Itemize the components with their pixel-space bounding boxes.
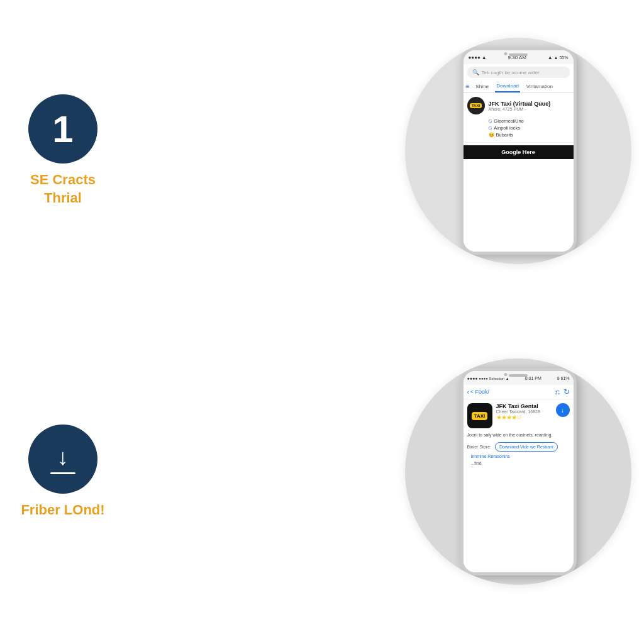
app-developer: Cheer Taxicard, 16828 (496, 409, 552, 414)
list-item-header-1: TAXI JFK Taxi (Virtual Quue) Ahere; 4725… (467, 97, 570, 114)
battery-1: ▲ 55% (554, 55, 569, 60)
search-text-1: Teb cagth be acome aider (482, 70, 540, 75)
back-text[interactable]: < Fook/ (470, 389, 489, 395)
taxi-text-1: TAXI (470, 103, 482, 108)
sub-item-2: G Ainpoli locks (489, 125, 570, 131)
step-2-phone-mockup: ●●●● ●●●● Selection ▲ 0:01 PM 9 61% ‹ < … (460, 368, 577, 575)
store-button-text: Download Vide we Resbant (499, 445, 553, 449)
sub-items-1: G GleerncoliUne G Ainpoli locks 😊 Bubari… (467, 116, 570, 138)
step-1-list-item: TAXI JFK Taxi (Virtual Quue) Ahere; 4725… (464, 93, 574, 143)
step-2-screen: ●●●● ●●●● Selection ▲ 0:01 PM 9 61% ‹ < … (464, 371, 574, 572)
download-arrow-icon: ↓ (50, 444, 75, 474)
app-info: JFK Taxi Gental Cheer Taxicard, 16828 ★★… (496, 403, 552, 421)
step-1-phone-circle: ●●●● ▲ 9:30 AM ▲ ▲ 55% 🔍 Teb cagth be ac… (405, 38, 631, 264)
signal-icon-1: ●●●● (469, 55, 480, 60)
step-1-number: 1 (52, 108, 73, 151)
download-btn-icon: ↓ (561, 407, 564, 414)
google-here-text: Google Here (501, 149, 535, 155)
app-name: JFK Taxi Gental (496, 403, 552, 409)
step-1-circle: 1 (28, 94, 97, 164)
back-chevron-icon[interactable]: ‹ (467, 389, 469, 396)
store-label: Binier Store: (467, 445, 492, 449)
step-1-label-line1: SE Cracts (30, 172, 96, 187)
continuing-text-value: Innmine Remaonins (471, 454, 510, 458)
tab-shme[interactable]: Shme (474, 81, 490, 92)
taxi-text-large: TAXI (472, 412, 488, 420)
sub-item-text-3: Bubarits (496, 132, 514, 138)
step-2-status-bar: ●●●● ●●●● Selection ▲ 0:01 PM 9 61% (464, 371, 574, 385)
signal-right-1: ▲ (548, 55, 553, 60)
item-info-1: JFK Taxi (Virtual Quue) Ahere; 4725 PUM … (489, 101, 551, 111)
step-2-left: ↓ Friber LOnd! (13, 425, 113, 519)
battery-2: 9 61% (557, 376, 570, 380)
sub-item-text-2: Ainpoli locks (494, 125, 520, 131)
item-subtitle-1: Ahere; 4725 PUM - (489, 107, 551, 111)
status-left-1: ●●●● ▲ (469, 55, 487, 60)
step-1-section: 1 SE Cracts Thrial ●●●● ▲ 9:30 AM (13, 13, 631, 302)
google-here-button[interactable]: Google Here (464, 145, 574, 159)
app-desc-text: Jooni to saly wide on the cusinets, rear… (467, 433, 553, 437)
step-2-circle: ↓ (28, 425, 97, 494)
time-1: 9:30 AM (508, 55, 526, 60)
find-text: ...find (467, 461, 570, 465)
sub-item-3: 😊 Bubarits (489, 131, 570, 138)
store-section: Binier Store: Download Vide we Resbant (467, 442, 570, 452)
step-1-nav-tabs: ≡ Shme Download Vintamation (464, 80, 574, 93)
app-stars: ★★★★☆ (496, 414, 552, 421)
app-detail-header: TAXI JFK Taxi Gental Cheer Taxicard, 168… (467, 403, 570, 428)
step-1-phone-mockup: ●●●● ▲ 9:30 AM ▲ ▲ 55% 🔍 Teb cagth be ac… (460, 47, 577, 255)
find-text-value: ...find (471, 461, 482, 465)
signal-2: ●●●● (467, 376, 479, 380)
hamburger-icon-1[interactable]: ≡ (466, 83, 470, 90)
wifi-icon-1: ▲ (482, 55, 487, 60)
emoji-icon-1: 😊 (489, 132, 494, 138)
store-download-button[interactable]: Download Vide we Resbant (495, 442, 558, 452)
step-2-label: Friber LOnd! (21, 501, 104, 519)
sub-item-1: G GleerncoliUne (489, 118, 570, 125)
google-icon-1: G (489, 118, 492, 124)
step-1-screen: ●●●● ▲ 9:30 AM ▲ ▲ 55% 🔍 Teb cagth be ac… (464, 50, 574, 252)
step-2-label-text: Friber LOnd! (21, 502, 104, 518)
step-2-phone-circle: ●●●● ●●●● Selection ▲ 0:01 PM 9 61% ‹ < … (405, 358, 631, 585)
bookmark-icon[interactable]: ⎌ (555, 387, 560, 396)
nav-icons: ⎌ ↻ (555, 387, 570, 396)
tab-download[interactable]: Download (495, 80, 520, 92)
taxi-badge-large: TAXI (467, 403, 492, 428)
sub-item-text-1: GleerncoliUne (494, 118, 524, 124)
google-icon-2: G (489, 125, 492, 131)
time-2: 0:01 PM (525, 376, 541, 380)
selection-text: ●●●● Selection ▲ (479, 377, 509, 380)
status-right-1: ▲ ▲ 55% (548, 55, 569, 60)
tab-vintamation[interactable]: Vintamation (525, 81, 554, 92)
step-2-app-detail: TAXI JFK Taxi Gental Cheer Taxicard, 168… (464, 399, 574, 469)
step-2-back-nav: ‹ < Fook/ ⎌ ↻ (464, 385, 574, 399)
step-1-left: 1 SE Cracts Thrial (13, 94, 113, 207)
step-2-section: ↓ Friber LOnd! ●●●● ●●●● Selection ▲ (13, 333, 631, 623)
status-left-2: ●●●● ●●●● Selection ▲ (467, 376, 509, 380)
app-description: Jooni to saly wide on the cusinets, rear… (467, 432, 570, 438)
taxi-badge-1: TAXI (467, 97, 485, 114)
step-1-label-line2: Thrial (44, 190, 82, 206)
step-1-search-bar[interactable]: 🔍 Teb cagth be acome aider (467, 67, 570, 78)
step-1-label: SE Cracts Thrial (30, 171, 96, 207)
step-1-status-bar: ●●●● ▲ 9:30 AM ▲ ▲ 55% (464, 50, 574, 64)
refresh-icon[interactable]: ↻ (564, 387, 570, 396)
continuing-text: Innmine Remaonins (467, 452, 570, 461)
app-download-button[interactable]: ↓ (556, 403, 570, 417)
search-icon-1: 🔍 (472, 69, 479, 75)
item-title-1: JFK Taxi (Virtual Quue) (489, 101, 551, 107)
